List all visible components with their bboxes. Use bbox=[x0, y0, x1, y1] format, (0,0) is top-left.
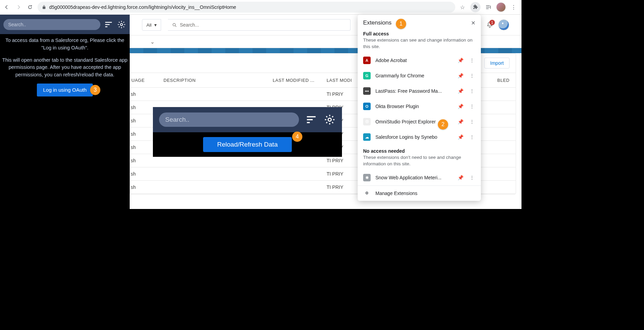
no-access-desc: These extensions don't need to see and c… bbox=[358, 154, 481, 170]
back-button[interactable] bbox=[3, 3, 11, 11]
browser-toolbar: d5g000005drapeas-dev-ed.lightning.force.… bbox=[0, 0, 521, 15]
more-icon[interactable]: ⋮ bbox=[469, 175, 475, 180]
ext-title: Extensions bbox=[363, 19, 391, 26]
col-lastmod2[interactable]: LAST MODI bbox=[327, 78, 357, 83]
extension-item[interactable]: ⦿ OmniStudio Project Explorer 📌 ⋮ bbox=[358, 114, 481, 130]
extension-name: Snow Web Application Meteri... bbox=[375, 175, 452, 180]
pin-icon[interactable]: 📌 bbox=[457, 58, 464, 63]
url-text: d5g000005drapeas-dev-ed.lightning.force.… bbox=[49, 4, 236, 10]
cell-lang: sh bbox=[130, 91, 163, 97]
gear-icon: ⚙ bbox=[363, 190, 371, 197]
pin-icon[interactable]: 📌 bbox=[457, 104, 464, 109]
sf-header-actions: 1 bbox=[486, 19, 509, 30]
col-description[interactable]: DESCRIPTION bbox=[163, 78, 273, 83]
callout-1: 1 bbox=[396, 19, 406, 29]
sidebar-text-1: To access data from a Salesforce org, Pl… bbox=[2, 37, 128, 52]
full-access-desc: These extensions can see and change info… bbox=[358, 37, 481, 53]
star-icon[interactable]: ☆ bbox=[459, 3, 466, 11]
pin-icon[interactable]: 📌 bbox=[457, 119, 464, 124]
extension-sidebar: Search.. To access data from a Salesforc… bbox=[0, 15, 130, 209]
extension-icon: ••• bbox=[363, 87, 371, 95]
sort-icon[interactable] bbox=[104, 20, 113, 29]
extension-name: Salesforce Logins by Synebo bbox=[375, 134, 452, 140]
sidebar-header: Search.. bbox=[0, 15, 130, 34]
chrome-actions: ☆ ⋮ bbox=[459, 2, 519, 12]
svg-point-3 bbox=[328, 118, 331, 121]
full-access-title: Full access bbox=[358, 30, 481, 37]
extension-item[interactable]: ••• LastPass: Free Password Ma... 📌 ⋮ bbox=[358, 84, 481, 99]
oauth-login-button[interactable]: Log in using OAuth bbox=[37, 84, 93, 97]
more-icon[interactable]: ⋮ bbox=[469, 119, 475, 124]
pin-icon[interactable]: 📌 bbox=[457, 73, 464, 78]
more-icon[interactable]: ⋮ bbox=[469, 104, 475, 109]
sf-search-input[interactable]: Search... bbox=[168, 19, 350, 31]
manage-extensions-button[interactable]: ⚙ Manage Extensions bbox=[358, 185, 481, 201]
gear-icon[interactable] bbox=[324, 114, 336, 126]
forward-button[interactable] bbox=[14, 3, 23, 11]
extension-item[interactable]: ☁ Salesforce Logins by Synebo 📌 ⋮ bbox=[358, 130, 481, 145]
sf-search-placeholder: Search... bbox=[180, 22, 199, 28]
cell-mod2: TI PRIY bbox=[327, 184, 357, 190]
close-icon[interactable]: ✕ bbox=[471, 20, 475, 26]
cell-mod2: TI PRIY bbox=[327, 171, 357, 177]
overlay-panel: Search.. Reload/Refresh Data bbox=[153, 107, 342, 157]
svg-point-1 bbox=[173, 23, 176, 26]
reload-label: Reload/Refresh Data bbox=[217, 141, 277, 148]
import-button[interactable]: Import bbox=[484, 58, 510, 69]
pin-icon[interactable]: 📌 bbox=[457, 175, 464, 180]
ext-none-list: ✱ Snow Web Application Meteri... 📌 ⋮ bbox=[358, 170, 481, 185]
sf-avatar[interactable] bbox=[498, 19, 509, 30]
ext-full-list: A Adobe Acrobat 📌 ⋮G Grammarly for Chrom… bbox=[358, 53, 481, 145]
sort-icon[interactable] bbox=[305, 114, 317, 126]
extension-item[interactable]: O Okta Browser Plugin 📌 ⋮ bbox=[358, 99, 481, 114]
filter-dropdown[interactable]: All ▾ bbox=[142, 19, 161, 31]
ext-popup-header: Extensions ✕ bbox=[358, 19, 481, 30]
extension-icon: ☁ bbox=[363, 133, 371, 141]
extension-name: Adobe Acrobat bbox=[375, 58, 452, 63]
notifications-button[interactable]: 1 bbox=[486, 21, 493, 29]
gear-icon[interactable] bbox=[117, 20, 126, 29]
more-icon[interactable]: ⋮ bbox=[469, 134, 475, 140]
sidebar-body: To access data from a Salesforce org, Pl… bbox=[0, 34, 130, 99]
extension-icon: G bbox=[363, 72, 371, 79]
oauth-label: Log in using OAuth bbox=[43, 87, 87, 93]
overlay-header: Search.. bbox=[153, 107, 342, 132]
extensions-button[interactable] bbox=[470, 2, 481, 12]
lock-icon bbox=[42, 5, 46, 10]
cell-lang: sh bbox=[130, 158, 163, 163]
sidebar-text-2: This will open another tab to the standa… bbox=[2, 57, 128, 79]
filter-label: All bbox=[146, 22, 152, 28]
callout-2: 2 bbox=[438, 119, 448, 130]
pin-icon[interactable]: 📌 bbox=[457, 88, 464, 94]
sidebar-search-input[interactable]: Search.. bbox=[3, 19, 100, 30]
extension-item[interactable]: G Grammarly for Chrome 📌 ⋮ bbox=[358, 68, 481, 84]
extension-name: LastPass: Free Password Ma... bbox=[375, 88, 452, 94]
extension-name: Okta Browser Plugin bbox=[375, 104, 452, 109]
callout-4: 4 bbox=[292, 132, 302, 142]
col-language[interactable]: UAGE bbox=[130, 78, 163, 83]
profile-avatar[interactable] bbox=[496, 2, 506, 12]
chevron-down-icon: ▾ bbox=[154, 22, 157, 28]
extension-icon: ⦿ bbox=[363, 118, 371, 125]
callout-3: 3 bbox=[90, 85, 100, 95]
pin-icon[interactable]: 📌 bbox=[457, 134, 464, 140]
reload-data-button[interactable]: Reload/Refresh Data bbox=[203, 137, 292, 152]
reload-button[interactable] bbox=[26, 3, 34, 11]
chevron-down-icon[interactable]: ⌄ bbox=[150, 39, 155, 45]
chrome-menu-icon[interactable]: ⋮ bbox=[510, 3, 517, 11]
svg-point-0 bbox=[120, 23, 123, 26]
reading-list-icon[interactable] bbox=[485, 3, 492, 11]
notification-badge: 1 bbox=[489, 20, 495, 25]
cell-lang: sh bbox=[130, 184, 163, 190]
extensions-popup: Extensions ✕ Full access These extension… bbox=[358, 15, 481, 201]
address-bar[interactable]: d5g000005drapeas-dev-ed.lightning.force.… bbox=[38, 2, 455, 13]
overlay-search-input[interactable]: Search.. bbox=[159, 112, 299, 127]
manage-label: Manage Extensions bbox=[375, 191, 475, 196]
col-lastmod[interactable]: LAST MODIFIED ... bbox=[273, 78, 327, 83]
more-icon[interactable]: ⋮ bbox=[469, 73, 475, 78]
extension-item[interactable]: A Adobe Acrobat 📌 ⋮ bbox=[358, 53, 481, 68]
more-icon[interactable]: ⋮ bbox=[469, 88, 475, 94]
no-access-title: No access needed bbox=[358, 145, 481, 154]
extension-item[interactable]: ✱ Snow Web Application Meteri... 📌 ⋮ bbox=[358, 170, 481, 185]
more-icon[interactable]: ⋮ bbox=[469, 58, 475, 63]
